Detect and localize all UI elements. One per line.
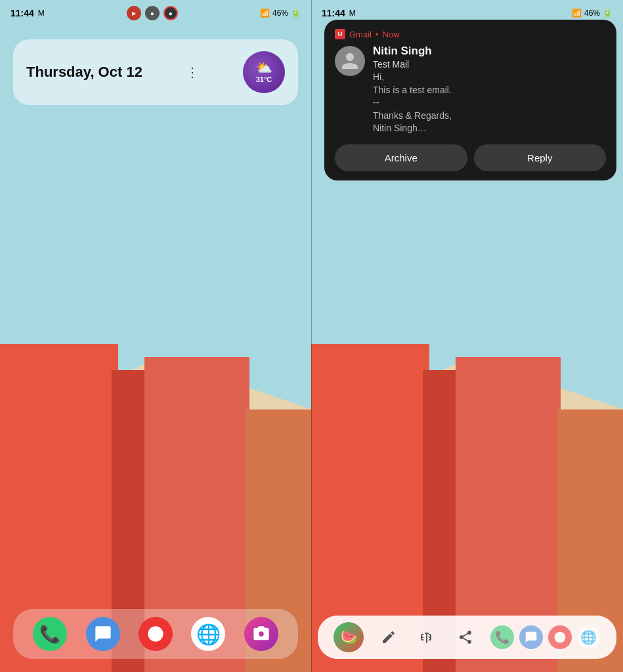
app-icon-1: ▶	[127, 6, 141, 20]
status-time-right: 11:44	[322, 8, 345, 18]
notif-body: Nitin Singh Test Mail Hi, This is a test…	[335, 45, 606, 135]
notif-dot: •	[376, 30, 379, 39]
reply-button[interactable]: Reply	[474, 144, 607, 171]
status-bar-left: 11:44 M ▶ ● ● 📶 46% 🔋	[0, 0, 311, 26]
battery-left: 46%	[272, 9, 288, 18]
dock-app-phone[interactable]: 📞	[33, 617, 67, 651]
notif-body-text: Hi, This is a test email. -- Thanks & Re…	[373, 71, 606, 135]
notif-content: Nitin Singh Test Mail Hi, This is a test…	[373, 45, 606, 135]
weather-temp: 31°C	[256, 75, 272, 83]
right-phone-screen: 11:44 M 📶 46% 🔋 M Gmail • Now Nitin	[311, 0, 623, 672]
archive-button[interactable]: Archive	[335, 144, 467, 171]
notif-app-name: Gmail	[349, 30, 372, 39]
app-icon-highlighted: ●	[163, 6, 178, 20]
date-text: Thursday, Oct 12	[26, 64, 142, 81]
carrier-right: M	[349, 9, 356, 18]
weather-widget: ⛅ 31°C	[243, 51, 285, 93]
signal-left: 📶	[260, 9, 270, 18]
date-widget: Thursday, Oct 12 ⋮ ⛅ 31°C	[13, 39, 298, 105]
signal-right: 📶	[572, 9, 582, 18]
notif-subject: Test Mail	[373, 59, 606, 70]
share-app-watermelon[interactable]: 🍉	[333, 622, 364, 652]
dock-app-camera[interactable]	[244, 617, 278, 651]
carrier-left: M	[38, 9, 45, 18]
bottom-apps-partial: 📞 🌐	[490, 625, 601, 649]
dock-phone-r[interactable]: 📞	[490, 625, 514, 649]
dock-app-chrome[interactable]: 🌐	[191, 617, 225, 651]
battery-right: 46%	[584, 9, 600, 18]
dock-app-youtube[interactable]	[139, 617, 173, 651]
dock-chrome-r[interactable]: 🌐	[577, 625, 601, 649]
dock-app-messages[interactable]	[86, 617, 120, 651]
battery-icon-right: 🔋	[603, 9, 612, 18]
sender-avatar	[335, 46, 365, 76]
status-right-right: 📶 46% 🔋	[572, 9, 612, 18]
share-icon-btn[interactable]	[452, 623, 479, 651]
weather-emoji: ⛅	[256, 61, 272, 74]
notification-card: M Gmail • Now Nitin Singh Test Mail Hi, …	[324, 20, 616, 180]
notif-time: Now	[383, 30, 400, 39]
date-menu-dots[interactable]: ⋮	[186, 64, 199, 80]
dock-msg-r[interactable]	[519, 625, 543, 649]
screen-divider	[311, 0, 312, 672]
notif-header: M Gmail • Now	[335, 29, 606, 39]
gmail-icon: M	[335, 29, 345, 39]
notif-actions: Archive Reply	[335, 144, 606, 171]
hashtag-icon-btn[interactable]	[413, 623, 440, 651]
status-time-left: 11:44	[11, 8, 34, 18]
dock-yt-r[interactable]	[548, 625, 572, 649]
left-phone-screen: 11:44 M ▶ ● ● 📶 46% 🔋 Thursday, Oct 12 ⋮…	[0, 0, 311, 672]
battery-icon-left: 🔋	[291, 9, 301, 18]
status-right-left: 📶 46% 🔋	[260, 9, 301, 18]
share-bar: 🍉 📞 🌐	[318, 616, 616, 659]
notif-sender: Nitin Singh	[373, 45, 606, 58]
dock-left: 📞 🌐	[13, 609, 298, 659]
edit-icon-btn[interactable]	[375, 623, 402, 651]
app-icon-2: ●	[145, 6, 160, 20]
